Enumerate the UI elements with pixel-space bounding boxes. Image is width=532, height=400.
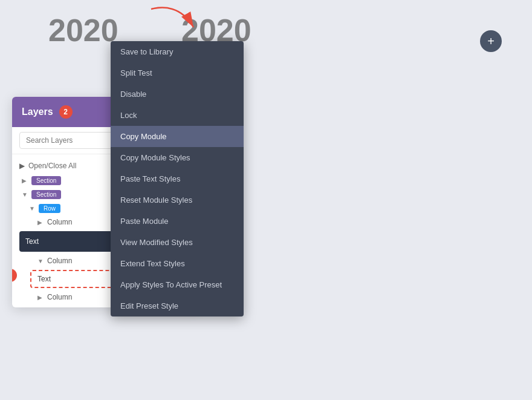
add-button[interactable]: + (480, 30, 502, 52)
menu-item-9[interactable]: View Modified Styles (111, 232, 244, 253)
section-badge-1: Section (31, 176, 61, 185)
text-label-selected: Text (37, 275, 51, 283)
menu-item-1[interactable]: Split Test (111, 62, 244, 84)
column-arrow-3: ▶ (37, 294, 45, 301)
menu-item-5[interactable]: Copy Module Styles (111, 147, 244, 168)
layers-badge: 2 (59, 105, 73, 119)
context-menu: Save to LibrarySplit TestDisableLockCopy… (111, 41, 244, 316)
column-label-1: Column (47, 218, 72, 226)
menu-item-10[interactable]: Extend Text Styles (111, 253, 244, 274)
menu-item-3[interactable]: Lock (111, 105, 244, 126)
open-close-label: Open/Close All (28, 162, 76, 170)
menu-item-6[interactable]: Paste Text Styles (111, 168, 244, 189)
layers-title: Layers (22, 107, 53, 117)
column-arrow-1: ▶ (37, 219, 45, 226)
menu-item-4[interactable]: Copy Module (111, 126, 244, 147)
open-close-arrow: ▶ (19, 162, 25, 170)
menu-item-11[interactable]: Apply Styles To Active Preset (111, 274, 244, 295)
column-arrow-2: ▼ (37, 258, 45, 264)
row-badge: Row (39, 204, 60, 213)
menu-item-2[interactable]: Disable (111, 84, 244, 105)
menu-item-8[interactable]: Paste Module (111, 211, 244, 232)
section-arrow-2: ▼ (22, 191, 29, 198)
section-badge-2: Section (31, 190, 61, 199)
menu-item-12[interactable]: Edit Preset Style (111, 295, 244, 316)
year-left: 2020 (48, 12, 118, 48)
menu-item-7[interactable]: Reset Module Styles (111, 189, 244, 211)
step-badge-3: 3 (12, 269, 17, 282)
menu-item-0[interactable]: Save to Library (111, 41, 244, 62)
column-label-3: Column (47, 293, 72, 301)
row-arrow: ▼ (29, 205, 36, 212)
column-label-2: Column (47, 257, 72, 265)
section-arrow-1: ▶ (22, 177, 29, 184)
arrow-indicator (145, 3, 206, 42)
text-label-active: Text (25, 237, 39, 246)
